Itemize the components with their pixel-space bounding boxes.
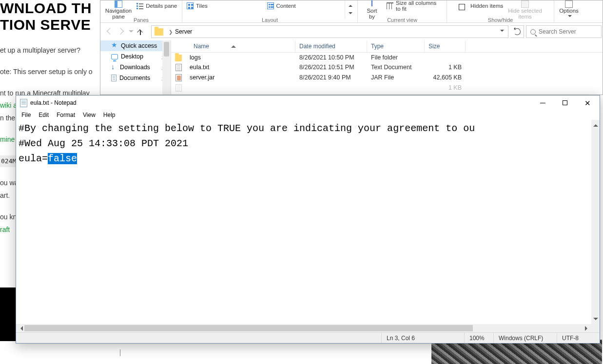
- folder-icon: [155, 28, 163, 36]
- raft-link[interactable]: raft: [0, 226, 10, 233]
- file-icon: [175, 64, 182, 71]
- sort-by-button[interactable]: Sort by: [360, 0, 384, 20]
- col-size[interactable]: Size: [425, 40, 466, 52]
- sizecols-icon: [387, 2, 393, 9]
- chevron-down-icon: [568, 15, 572, 19]
- chevron-right-icon: ❯: [169, 29, 173, 35]
- breadcrumb[interactable]: Server: [175, 28, 192, 35]
- tiles-icon: [187, 2, 194, 9]
- window-title: eula.txt - Notepad: [30, 99, 77, 106]
- download-icon: [111, 64, 117, 70]
- recent-locations-button[interactable]: [129, 30, 134, 35]
- footer-terms-link[interactable]: Terms and Conditions: [56, 349, 115, 356]
- menu-view[interactable]: View: [79, 111, 99, 119]
- navpane-icon: [115, 0, 122, 8]
- web-text: ote: This server setup is only o: [0, 67, 100, 77]
- hidden-items-checkbox[interactable]: Hidden items: [456, 0, 506, 11]
- details-pane-icon: [136, 2, 143, 9]
- details-pane-button[interactable]: Details pane: [134, 0, 179, 11]
- close-button[interactable]: ✕: [576, 96, 599, 110]
- vertical-scrollbar[interactable]: [591, 120, 600, 332]
- ribbon-group-showhide: Show/hide: [488, 17, 513, 22]
- notepad-icon: [20, 99, 27, 107]
- file-row[interactable]: eula.txt 8/26/2021 10:51 PM Text Documen…: [171, 62, 603, 73]
- sortby-icon: [368, 0, 376, 8]
- scroll-left-button[interactable]: [16, 324, 24, 332]
- file-list-header[interactable]: Name Date modified Type Size: [171, 40, 603, 53]
- horizontal-scrollbar[interactable]: [16, 324, 591, 332]
- folder-icon: [175, 55, 182, 61]
- tiles-view-button[interactable]: Tiles: [184, 0, 248, 11]
- scrollbar-thumb[interactable]: [24, 325, 473, 331]
- status-crlf: Windows (CRLF): [493, 333, 557, 343]
- web-footer-links: Terms and Conditions Brand and Assets Gu…: [0, 349, 431, 356]
- forward-button[interactable]: [117, 27, 126, 36]
- file-row[interactable]: logs 8/26/2021 10:50 PM File folder: [171, 53, 603, 62]
- ribbon-group-layout: Layout: [262, 17, 278, 22]
- file-list: Name Date modified Type Size logs 8/26/2…: [171, 40, 603, 95]
- selected-text: false: [48, 153, 77, 164]
- hide-selected-icon: [521, 0, 529, 8]
- desktop-icon: [111, 54, 118, 59]
- search-icon: [530, 29, 536, 35]
- tree-quick-access[interactable]: Quick access: [100, 40, 162, 51]
- ribbon-group-panes: Panes: [134, 17, 149, 22]
- file-row[interactable]: server.jar 8/26/2021 9:40 PM JAR File 42…: [171, 73, 603, 83]
- content-view-button[interactable]: Content: [265, 0, 328, 11]
- navpane-scrollbar[interactable]: [162, 40, 171, 95]
- menu-bar: File Edit Format View Help: [16, 110, 600, 120]
- scroll-right-button[interactable]: [583, 324, 591, 332]
- menu-help[interactable]: Help: [100, 111, 119, 119]
- status-zoom: 100%: [464, 333, 493, 343]
- notepad-window: eula.txt - Notepad ✕ File Edit Format Vi…: [16, 95, 600, 344]
- page-heading: WNLOAD TH TION SERVE: [0, 0, 100, 33]
- col-type[interactable]: Type: [367, 40, 425, 52]
- text-editor[interactable]: #By changing the setting below to TRUE y…: [16, 120, 600, 332]
- scrollbar-corner: [591, 324, 600, 332]
- menu-file[interactable]: File: [18, 111, 34, 119]
- web-text: et up a multiplayer server?: [0, 45, 100, 56]
- wiki-link[interactable]: wiki a: [0, 101, 17, 109]
- explorer-navbar: ❯ Server Search Server: [100, 23, 603, 40]
- minimize-button[interactable]: [531, 96, 554, 110]
- options-icon: [565, 0, 573, 8]
- file-explorer-window: Navigation pane Details pane Panes Tiles: [100, 0, 603, 95]
- content-icon: [267, 2, 274, 9]
- file-row[interactable]: 1 KB: [171, 83, 603, 93]
- menu-format[interactable]: Format: [53, 111, 78, 119]
- status-lncol: Ln 3, Col 6: [381, 333, 464, 343]
- maximize-button[interactable]: [554, 96, 576, 110]
- nav-tree[interactable]: Quick access Desktop📌 Downloads📌 Documen…: [100, 40, 171, 95]
- checkbox-icon: [459, 4, 465, 10]
- star-icon: [111, 42, 118, 49]
- maximize-icon: [563, 100, 567, 105]
- minimize-icon: [540, 103, 545, 103]
- up-button[interactable]: [136, 28, 144, 36]
- tree-desktop[interactable]: Desktop📌: [100, 51, 171, 62]
- address-bar[interactable]: ❯ Server: [151, 25, 508, 38]
- status-bar: Ln 3, Col 6 100% Windows (CRLF) UTF-8: [16, 332, 600, 343]
- jar-icon: [175, 74, 182, 81]
- close-icon: ✕: [584, 99, 591, 107]
- navigation-pane-button[interactable]: Navigation pane: [103, 0, 134, 20]
- sort-indicator-icon: [231, 36, 236, 48]
- scroll-up-button[interactable]: [591, 120, 600, 128]
- ribbon-group-currentview: Current view: [387, 17, 417, 22]
- titlebar[interactable]: eula.txt - Notepad ✕: [16, 96, 600, 110]
- refresh-button[interactable]: [514, 28, 521, 35]
- search-input[interactable]: Search Server: [526, 25, 602, 38]
- address-dropdown[interactable]: [500, 30, 504, 34]
- col-date[interactable]: Date modified: [295, 40, 367, 52]
- footer-brand-link[interactable]: Brand and Assets Guidelines: [125, 349, 204, 356]
- file-icon: [175, 84, 182, 92]
- back-button[interactable]: [105, 27, 114, 36]
- status-enc: UTF-8: [557, 333, 600, 343]
- options-button[interactable]: Options: [557, 0, 581, 18]
- layout-scroll[interactable]: [345, 0, 355, 19]
- scroll-down-button[interactable]: [591, 316, 600, 324]
- size-columns-button[interactable]: Size all columns to fit: [384, 0, 445, 11]
- mine-link[interactable]: mine: [0, 135, 15, 143]
- tree-downloads[interactable]: Downloads📌: [100, 62, 171, 73]
- tree-documents[interactable]: Documents📌: [100, 73, 171, 83]
- menu-edit[interactable]: Edit: [35, 111, 52, 119]
